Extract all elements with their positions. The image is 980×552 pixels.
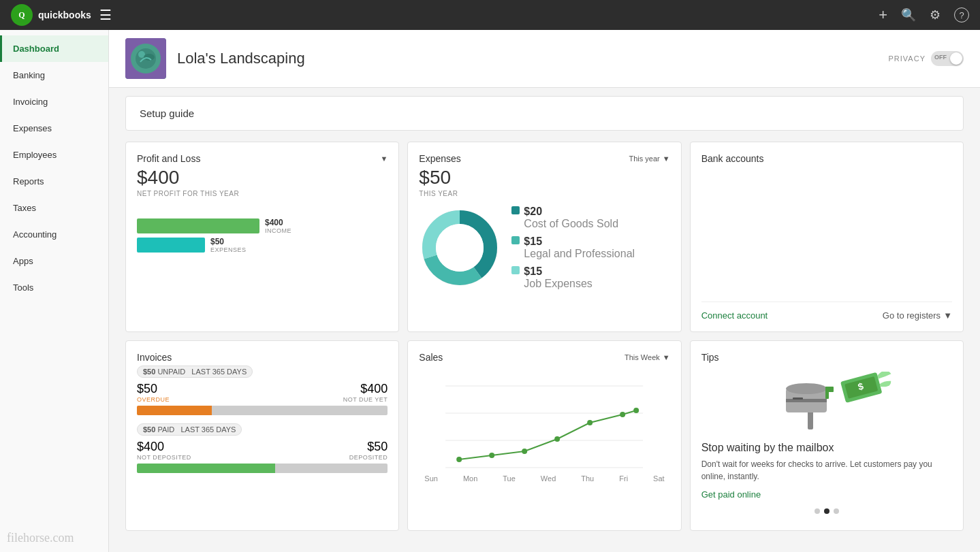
overdue-bar-fill xyxy=(137,406,212,415)
invoices-title: Invoices xyxy=(137,352,172,363)
unpaid-label: UNPAID xyxy=(157,368,185,376)
sales-period: This Week xyxy=(625,353,660,361)
sidebar-item-label: Invoicing xyxy=(13,97,48,107)
sidebar-item-reports[interactable]: Reports xyxy=(0,168,108,195)
expenses-period: This year xyxy=(629,155,660,163)
income-value: $400 xyxy=(265,218,291,227)
invoices-card: Invoices $50 UNPAID LAST 365 DAYS $50 xyxy=(125,340,399,531)
brand-name: quickbooks xyxy=(38,10,91,20)
bank-accounts-card: Bank accounts Connect account Go to regi… xyxy=(690,142,964,332)
not-due-group: $400 NOT DUE YET xyxy=(343,382,388,403)
overdue-group: $50 OVERDUE xyxy=(137,382,170,403)
sidebar-item-label: Dashboard xyxy=(13,44,59,54)
dot-2[interactable] xyxy=(824,508,829,514)
top-navigation: Q quickbooks ☰ + 🔍 ⚙ ? xyxy=(0,0,980,30)
search-icon[interactable]: 🔍 xyxy=(901,7,916,22)
dot-1[interactable] xyxy=(815,508,820,514)
sales-card: Sales This Week ▼ xyxy=(407,340,681,531)
legend-text-3: $15 Job Expenses xyxy=(524,265,592,290)
deposit-amounts: $400 NOT DEPOSITED $50 DEPOSITED xyxy=(137,440,388,461)
legend-amount-3: $15 xyxy=(524,265,592,278)
profit-loss-title: Profit and Loss xyxy=(137,153,200,164)
svg-rect-27 xyxy=(793,397,803,400)
svg-rect-29 xyxy=(825,387,834,392)
expenses-bar-row: $50 EXPENSES xyxy=(137,237,388,253)
svg-text:Q: Q xyxy=(18,10,25,20)
sales-chart-area xyxy=(419,366,669,474)
paid-badge-amount: $50 xyxy=(143,425,155,434)
privacy-toggle[interactable]: PRIVACY OFF xyxy=(889,51,964,66)
sidebar-item-invoicing[interactable]: Invoicing xyxy=(0,88,108,115)
legend-amount-2: $15 xyxy=(524,236,635,248)
sidebar-item-tools[interactable]: Tools xyxy=(0,274,108,301)
legend-color-1 xyxy=(511,206,520,214)
sidebar-item-apps[interactable]: Apps xyxy=(0,248,108,274)
unpaid-section: $50 UNPAID LAST 365 DAYS $50 OVERDUE $40 xyxy=(137,366,388,415)
settings-icon[interactable]: ⚙ xyxy=(930,7,941,22)
add-icon[interactable]: + xyxy=(879,6,887,24)
svg-point-25 xyxy=(786,383,827,394)
profit-loss-subtitle: NET PROFIT FOR THIS YEAR xyxy=(137,190,388,197)
profit-loss-header: Profit and Loss ▼ xyxy=(137,153,388,164)
hamburger-menu[interactable]: ☰ xyxy=(99,7,112,23)
expenses-bar xyxy=(137,238,205,253)
expenses-label-text: EXPENSES xyxy=(210,246,247,253)
tips-illustration: $ xyxy=(701,368,952,436)
dot-3[interactable] xyxy=(834,508,839,514)
tips-card: Tips xyxy=(690,340,964,531)
sidebar-item-dashboard[interactable]: Dashboard xyxy=(0,35,108,62)
deposited-label: DEPOSITED xyxy=(349,454,388,461)
overdue-label: OVERDUE xyxy=(137,396,170,403)
go-to-registers-link[interactable]: Go to registers ▼ xyxy=(883,310,952,321)
sidebar-item-label: Taxes xyxy=(13,203,36,213)
connect-account-link[interactable]: Connect account xyxy=(701,310,768,321)
income-bar xyxy=(137,218,259,233)
main-content: Lola's Landscaping PRIVACY OFF Setup gui… xyxy=(109,30,980,552)
qb-logo-icon: Q xyxy=(11,4,33,26)
expenses-card: Expenses This year ▼ $50 THIS YEAR xyxy=(407,142,681,332)
sales-title: Sales xyxy=(419,352,443,363)
tips-card-title: Stop waiting by the mailbox xyxy=(701,442,952,454)
profit-loss-amount: $400 xyxy=(137,167,388,189)
dashboard-grid: Profit and Loss ▼ $400 NET PROFIT FOR TH… xyxy=(109,142,980,547)
svg-rect-26 xyxy=(786,399,827,402)
paid-badge-row: $50 PAID LAST 365 DAYS xyxy=(137,423,388,436)
bank-card-footer: Connect account Go to registers ▼ xyxy=(701,302,952,321)
svg-point-6 xyxy=(144,54,155,61)
svg-point-22 xyxy=(633,408,639,413)
qb-icon-svg: Q xyxy=(14,7,29,22)
sales-period-dropdown[interactable]: This Week ▼ xyxy=(625,353,670,361)
tips-header: Tips xyxy=(701,352,952,363)
deposited-bar-fill xyxy=(137,464,275,473)
toggle-switch[interactable]: OFF xyxy=(931,51,964,66)
unpaid-badge: $50 UNPAID LAST 365 DAYS xyxy=(137,366,253,378)
deposited-amount: $50 xyxy=(349,440,388,454)
sidebar-item-accounting[interactable]: Accounting xyxy=(0,221,108,248)
expenses-period-dropdown[interactable]: This year ▼ xyxy=(629,155,670,163)
sidebar-item-banking[interactable]: Banking xyxy=(0,62,108,88)
help-icon[interactable]: ? xyxy=(954,7,969,22)
sidebar-item-employees[interactable]: Employees xyxy=(0,142,108,168)
donut-area: $20 Cost of Goods Sold $15 Legal and Pro… xyxy=(419,206,669,290)
sidebar-item-label: Reports xyxy=(13,176,44,186)
sidebar-item-label: Expenses xyxy=(13,123,52,133)
legend-desc-1: Cost of Goods Sold xyxy=(524,218,618,230)
legend-color-3 xyxy=(511,266,520,274)
sidebar-item-expenses[interactable]: Expenses xyxy=(0,115,108,142)
legend-item-3: $15 Job Expenses xyxy=(511,265,635,290)
invoices-header: Invoices xyxy=(137,352,388,363)
bank-card-content xyxy=(701,167,952,293)
not-deposited-group: $400 NOT DEPOSITED xyxy=(137,440,191,461)
company-header: Lola's Landscaping PRIVACY OFF xyxy=(109,30,980,88)
setup-guide-title: Setup guide xyxy=(140,108,194,119)
profit-loss-card: Profit and Loss ▼ $400 NET PROFIT FOR TH… xyxy=(125,142,399,332)
company-logo-svg xyxy=(125,38,166,79)
sales-chart-svg xyxy=(419,366,669,481)
paid-days: LAST 365 DAYS xyxy=(180,425,236,434)
svg-point-11 xyxy=(436,224,484,272)
get-paid-online-link[interactable]: Get paid online xyxy=(701,489,761,500)
sidebar-item-taxes[interactable]: Taxes xyxy=(0,195,108,221)
quickbooks-logo: Q quickbooks xyxy=(11,4,91,26)
paid-section: $50 PAID LAST 365 DAYS $400 NOT DEPOSITE… xyxy=(137,423,388,473)
profit-loss-dropdown[interactable]: ▼ xyxy=(380,155,388,163)
